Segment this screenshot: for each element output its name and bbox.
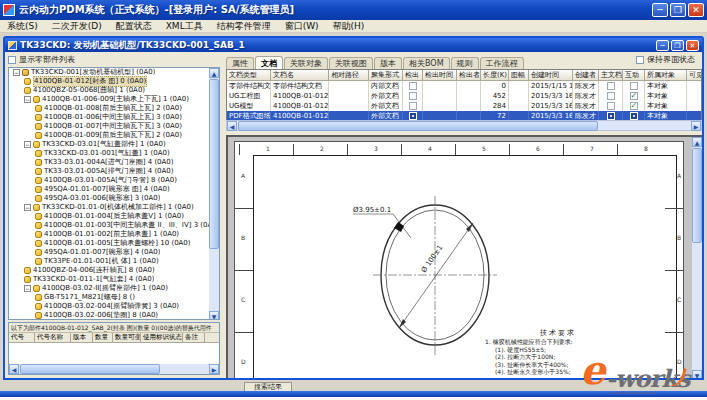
checkbox-icon[interactable] <box>8 56 16 64</box>
tree-item[interactable]: 4100QB-01.01-005[主轴承盖螺栓] 10 (0A0) <box>9 239 211 248</box>
tree-item[interactable]: 4100QB-01-012[封条 图] 0 (0A0) <box>9 77 211 86</box>
expand-collapse-icon[interactable]: − <box>24 285 31 292</box>
table-row[interactable]: UG模型4100QB-01-012外部文档2842015/3/3 16:38:4… <box>227 101 701 111</box>
column-header[interactable]: 检出时间 <box>423 70 457 80</box>
column-header[interactable]: 代号 <box>9 333 35 342</box>
column-header[interactable]: 检出 <box>403 70 423 80</box>
menu-item[interactable]: 二次开发(D) <box>45 20 109 33</box>
column-header[interactable]: 创建时间 <box>529 70 573 80</box>
tree-item[interactable]: TK33CKD-01-011-1[气缸套] 4 (0A0) <box>9 275 211 284</box>
interact-checkbox[interactable] <box>630 82 638 90</box>
scroll-left-icon[interactable]: ◀ <box>227 121 237 131</box>
main-checkbox[interactable] <box>607 92 615 100</box>
tree-item[interactable]: −TK33CKD-01.01-0[机体机械加工部件] 1 (0A0) <box>9 203 211 212</box>
child-restore-button[interactable]: ❐ <box>671 40 684 51</box>
tree-item[interactable]: 4100QB-03.02-004[摇臂轴弹簧] 3 (0A0) <box>9 302 211 311</box>
tree-item[interactable]: 4100QBZ-05-0068[曲轴] 1 (0A0) <box>9 86 211 95</box>
interact-checkbox[interactable] <box>630 112 638 120</box>
tree-item[interactable]: 4100QB-01.01-003[中间主轴承盖 II、III、IV] 3 (0A… <box>9 221 211 230</box>
tree-item[interactable]: 4100QB-03.02-006[垫圈] 8 (0A0) <box>9 311 211 320</box>
tab-属性[interactable]: 属性 <box>226 57 254 69</box>
tree-vertical-scrollbar[interactable]: ▲ ▼ <box>209 68 219 320</box>
column-header[interactable]: 相对路径 <box>329 70 369 80</box>
column-header[interactable]: 版本 <box>71 333 93 342</box>
main-checkbox[interactable] <box>607 82 615 90</box>
column-header[interactable]: 文档名 <box>271 70 329 80</box>
expand-collapse-icon[interactable]: − <box>24 96 31 103</box>
tab-关联对象[interactable]: 关联对象 <box>284 57 328 69</box>
column-header[interactable]: 可见 <box>687 70 702 80</box>
scroll-up-icon[interactable]: ▲ <box>692 137 702 147</box>
minimize-button[interactable]: ─ <box>652 3 668 17</box>
tab-工作流程[interactable]: 工作流程 <box>480 57 524 69</box>
show-parts-checkbox[interactable]: 显示零部件列表 <box>8 54 75 65</box>
close-button[interactable]: ✕ <box>688 3 704 17</box>
main-checkbox[interactable] <box>607 112 615 120</box>
column-header[interactable]: 所属对象 <box>645 70 687 80</box>
column-header[interactable]: 互动 <box>623 70 645 80</box>
main-checkbox[interactable] <box>607 102 615 110</box>
tree-item[interactable]: GB-T5171_M821[螺母] 8 () <box>9 293 211 302</box>
tree-item[interactable]: TK33-03.01-005A[排气门座圈] 4 (0A0) <box>9 167 211 176</box>
tree-item[interactable]: TK33CKD-03.01-001[气缸盖] 1 (0A0) <box>9 149 211 158</box>
interact-checkbox[interactable] <box>630 92 638 100</box>
scroll-right-icon[interactable]: ▶ <box>691 121 701 131</box>
column-header[interactable]: 文档类型 <box>227 70 271 80</box>
tree-item[interactable]: 495QA-01.01-007[碗形塞 图] 4 (0A0) <box>9 185 211 194</box>
tree-item[interactable]: TK33-03.01-004A[进气门座圈] 4 (0A0) <box>9 158 211 167</box>
column-header[interactable]: 使用标识状态 <box>141 333 183 342</box>
tab-相关BOM[interactable]: 相关BOM <box>403 57 450 69</box>
column-header[interactable]: 数量可变 <box>113 333 141 342</box>
tree-item[interactable]: 4100QB-01-008[前后主轴瓦上瓦] 2 (0A0) <box>9 104 211 113</box>
table-row[interactable]: 零部件结构文档零部件结构文档内部文档02015/1/15 11:36陈发才本对象 <box>227 81 701 91</box>
tree-item[interactable]: 4100QB-01.01-004[后主轴承盖V] 1 (0A0) <box>9 212 211 221</box>
checkout-checkbox[interactable] <box>409 92 417 100</box>
scrollbar-thumb[interactable] <box>20 364 160 374</box>
tab-关联视图[interactable]: 关联视图 <box>329 57 373 69</box>
column-header[interactable]: 数量 <box>93 333 113 342</box>
checkout-checkbox[interactable] <box>409 102 417 110</box>
menu-item[interactable]: XML工具 <box>159 20 210 33</box>
tree-item[interactable]: 495QA-03.01-006[碗形塞] 3 (0A0) <box>9 194 211 203</box>
column-header[interactable]: 长度(K) <box>481 70 509 80</box>
scrollbar-thumb[interactable] <box>692 148 702 243</box>
column-header[interactable]: 备注 <box>183 333 205 342</box>
menu-item[interactable]: 系统(S) <box>0 20 45 33</box>
document-table-horizontal-scrollbar[interactable]: ◀ ▶ <box>226 120 702 131</box>
table-row[interactable]: PDF格式图纸4100QB-01-012外部文档722015/3/3 16:38… <box>227 111 701 120</box>
tree-item[interactable]: 4100QBZ-04-006[连杆轴瓦] 8 (0A0) <box>9 266 211 275</box>
interact-checkbox[interactable] <box>630 102 638 110</box>
table-row[interactable]: UG工程图4100QB-01-012外部文档4522015/3/3 16:38:… <box>227 91 701 101</box>
expand-collapse-icon[interactable]: − <box>24 204 31 211</box>
tab-文档[interactable]: 文档 <box>255 56 283 69</box>
scroll-up-icon[interactable]: ▲ <box>209 68 219 78</box>
column-header[interactable]: 创建者 <box>573 70 599 80</box>
column-header[interactable]: 检出者 <box>457 70 481 80</box>
child-close-button[interactable]: ✕ <box>686 40 699 51</box>
scroll-left-icon[interactable]: ◀ <box>9 364 19 374</box>
menu-item[interactable]: 配置状态 <box>109 20 159 33</box>
column-header[interactable]: 聚集形式 <box>369 70 403 80</box>
checkout-checkbox[interactable] <box>409 112 417 120</box>
column-header[interactable]: 图幅 <box>509 70 529 80</box>
tab-规则[interactable]: 规则 <box>451 57 479 69</box>
checkout-checkbox[interactable] <box>409 82 417 90</box>
menu-item[interactable]: 帮助(H) <box>326 20 372 33</box>
column-header[interactable]: 代号名称 <box>35 333 71 342</box>
tree-item[interactable]: 495QA-01.01-007[碗形塞] 4 (0A0) <box>9 248 211 257</box>
tree-item[interactable]: −TK33CKD-03.01[气缸盖部件] 1 (0A0) <box>9 140 211 149</box>
scrollbar-thumb[interactable] <box>238 121 598 131</box>
tree-item[interactable]: −4100QB-01-006-009[主轴承上下瓦] 1 (0A0) <box>9 95 211 104</box>
tree-item[interactable]: 4100QB-01-009[前后主轴瓦下瓦] 2 (0A0) <box>9 131 211 140</box>
replacement-horizontal-scrollbar[interactable]: ◀ ▶ <box>9 364 219 374</box>
maximize-button[interactable]: ❐ <box>670 3 686 17</box>
menu-item[interactable]: 窗口(W) <box>278 20 326 33</box>
viewer-vertical-scrollbar[interactable]: ▲ ▼ <box>692 137 702 378</box>
tree-item[interactable]: TK33PE-01.01-001[机 体] 1 (0A0) <box>9 257 211 266</box>
tree-item[interactable]: 4100QB-01-007[中间主轴瓦下瓦] 3 (0A0) <box>9 122 211 131</box>
column-header[interactable]: 主文档 <box>599 70 623 80</box>
scroll-right-icon[interactable]: ▶ <box>209 364 219 374</box>
tree-item[interactable]: 4100QB-01.01-002[前主轴承盖] 1 (0A0) <box>9 230 211 239</box>
tree-item[interactable]: 4100QB-03.01-005A[气门导管] 8 (0A0) <box>9 176 211 185</box>
expand-collapse-icon[interactable]: − <box>24 141 31 148</box>
